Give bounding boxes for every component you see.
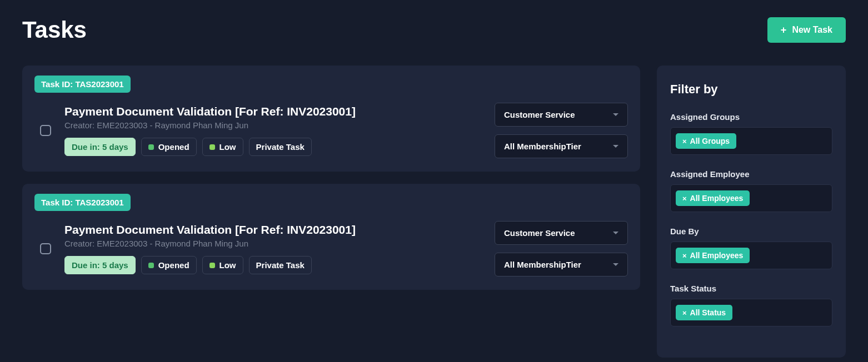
filter-panel: Filter by Assigned Groups × All Groups A…	[657, 66, 846, 358]
filter-group-assigned-groups: Assigned Groups × All Groups	[670, 112, 832, 155]
tier-select[interactable]: All MembershipTier	[495, 134, 628, 158]
filter-chip-label: All Employees	[690, 251, 744, 260]
filter-chip-label: All Groups	[690, 137, 730, 145]
task-checkbox[interactable]	[40, 243, 51, 254]
page-header: Tasks + New Task	[22, 17, 846, 43]
filter-heading: Filter by	[670, 82, 832, 97]
group-select[interactable]: Customer Service	[495, 221, 628, 245]
filter-label: Due By	[670, 227, 832, 236]
tasks-column: Task ID: TAS2023001 Payment Document Val…	[22, 66, 640, 358]
filter-group-assigned-employee: Assigned Employee × All Employees	[670, 169, 832, 212]
filter-chip[interactable]: × All Status	[676, 305, 732, 320]
close-icon: ×	[682, 138, 687, 145]
close-icon: ×	[682, 252, 687, 259]
filter-label: Assigned Groups	[670, 112, 832, 122]
close-icon: ×	[682, 309, 687, 316]
task-row: Payment Document Validation [For Ref: IN…	[34, 221, 628, 276]
tier-select-label: All MembershipTier	[504, 260, 581, 269]
content-row: Task ID: TAS2023001 Payment Document Val…	[22, 66, 846, 358]
new-task-label: New Task	[792, 25, 832, 35]
status-pill-label: Opened	[158, 142, 189, 152]
status-pill: Opened	[141, 138, 197, 156]
chevron-down-icon	[613, 232, 618, 234]
filter-input-task-status[interactable]: × All Status	[670, 299, 832, 326]
chevron-down-icon	[613, 145, 618, 148]
priority-pill: Low	[202, 138, 243, 156]
filter-chip-label: All Status	[690, 308, 726, 317]
status-pill: Opened	[141, 256, 197, 274]
task-id-badge: Task ID: TAS2023001	[34, 194, 131, 211]
filter-group-task-status: Task Status × All Status	[670, 284, 832, 326]
group-select-label: Customer Service	[504, 228, 575, 238]
close-icon: ×	[682, 195, 687, 202]
status-dot-icon	[148, 263, 154, 268]
task-card: Task ID: TAS2023001 Payment Document Val…	[22, 66, 640, 172]
priority-dot-icon	[209, 263, 215, 268]
task-main: Payment Document Validation [For Ref: IN…	[64, 223, 481, 274]
task-title: Payment Document Validation [For Ref: IN…	[64, 223, 481, 237]
due-pill: Due in: 5 days	[64, 138, 136, 156]
task-title: Payment Document Validation [For Ref: IN…	[64, 105, 481, 118]
group-select[interactable]: Customer Service	[495, 103, 628, 127]
tier-select-label: All MembershipTier	[504, 142, 581, 151]
filter-chip[interactable]: × All Employees	[676, 248, 750, 263]
new-task-button[interactable]: + New Task	[767, 17, 846, 43]
task-checkbox[interactable]	[40, 125, 51, 136]
tier-select[interactable]: All MembershipTier	[495, 253, 628, 276]
priority-pill-label: Low	[220, 260, 236, 270]
status-pill-label: Opened	[158, 260, 189, 270]
filter-input-due-by[interactable]: × All Employees	[670, 242, 832, 269]
priority-dot-icon	[209, 144, 215, 150]
task-selects: Customer Service All MembershipTier	[495, 221, 628, 276]
filter-input-assigned-groups[interactable]: × All Groups	[670, 127, 832, 155]
status-dot-icon	[148, 144, 154, 150]
priority-pill: Low	[202, 256, 243, 274]
task-selects: Customer Service All MembershipTier	[495, 103, 628, 158]
page-title: Tasks	[22, 17, 87, 43]
group-select-label: Customer Service	[504, 110, 575, 119]
priority-pill-label: Low	[220, 142, 236, 152]
task-card: Task ID: TAS2023001 Payment Document Val…	[22, 184, 640, 290]
filter-label: Assigned Employee	[670, 169, 832, 179]
chevron-down-icon	[613, 113, 618, 116]
filter-input-assigned-employee[interactable]: × All Employees	[670, 184, 832, 212]
filter-chip-label: All Employees	[690, 194, 744, 203]
filter-group-due-by: Due By × All Employees	[670, 227, 832, 269]
visibility-pill: Private Task	[249, 256, 312, 274]
chevron-down-icon	[613, 263, 618, 266]
task-creator: Creator: EME2023003 - Raymond Phan Ming …	[64, 120, 481, 130]
filter-label: Task Status	[670, 284, 832, 293]
task-id-badge: Task ID: TAS2023001	[34, 76, 131, 93]
task-pill-row: Due in: 5 days Opened Low Private Task	[64, 256, 481, 274]
plus-icon: +	[781, 25, 787, 35]
filter-chip[interactable]: × All Employees	[676, 190, 750, 206]
task-pill-row: Due in: 5 days Opened Low Private Task	[64, 138, 481, 156]
task-row: Payment Document Validation [For Ref: IN…	[34, 103, 628, 158]
filter-chip[interactable]: × All Groups	[676, 133, 736, 149]
task-creator: Creator: EME2023003 - Raymond Phan Ming …	[64, 239, 481, 248]
due-pill: Due in: 5 days	[64, 256, 136, 274]
task-main: Payment Document Validation [For Ref: IN…	[64, 105, 481, 156]
visibility-pill: Private Task	[249, 138, 312, 156]
